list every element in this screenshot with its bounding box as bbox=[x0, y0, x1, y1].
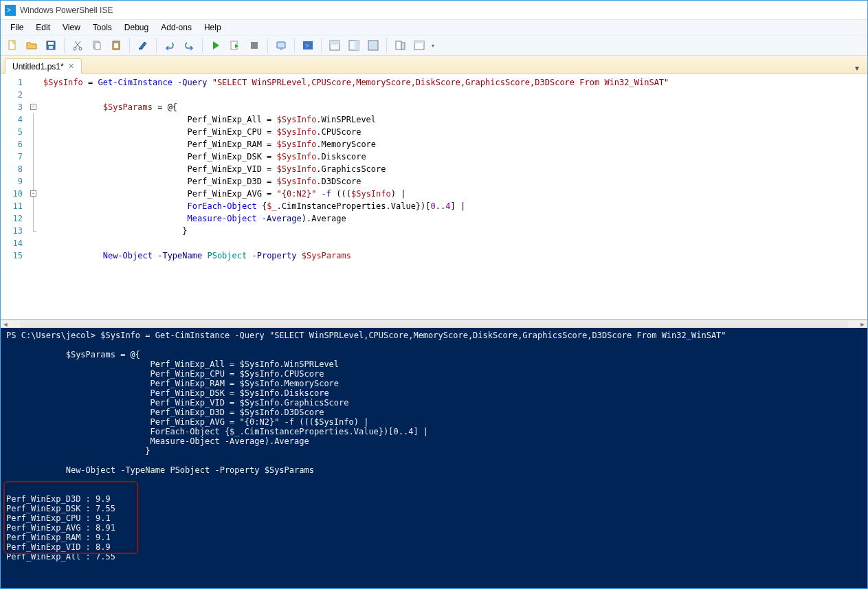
tab-overflow-icon[interactable]: ▾ bbox=[851, 63, 863, 73]
tab-close-icon[interactable]: ✕ bbox=[68, 62, 74, 71]
console-pane[interactable]: PS C:\Users\jecol> $SysInfo = Get-CimIns… bbox=[1, 328, 867, 588]
toolbar-separator bbox=[386, 38, 387, 53]
line-number-gutter: 123456789101112131415 bbox=[1, 74, 30, 319]
svg-text:>: > bbox=[305, 42, 309, 49]
clear-console-button[interactable] bbox=[134, 37, 152, 54]
show-script-max-button[interactable] bbox=[364, 37, 382, 54]
svg-rect-24 bbox=[401, 43, 405, 49]
toolbar-separator bbox=[156, 38, 157, 53]
cut-button[interactable] bbox=[69, 37, 87, 54]
code-area[interactable]: $SysInfo = Get-CimInstance -Query "SELEC… bbox=[39, 74, 867, 319]
show-script-top-button[interactable] bbox=[326, 37, 344, 54]
scroll-left-icon[interactable]: ◄ bbox=[1, 321, 10, 328]
svg-rect-15 bbox=[280, 49, 282, 49]
start-powershell-button[interactable]: > bbox=[299, 37, 317, 54]
run-script-button[interactable] bbox=[207, 37, 225, 54]
svg-rect-19 bbox=[330, 41, 340, 45]
output-highlight-box bbox=[3, 481, 138, 554]
undo-button[interactable] bbox=[161, 37, 179, 54]
editor-horizontal-scrollbar[interactable]: ◄ ► bbox=[1, 320, 867, 328]
redo-button[interactable] bbox=[180, 37, 198, 54]
menu-edit[interactable]: Edit bbox=[30, 21, 56, 34]
menu-addons[interactable]: Add-ons bbox=[155, 21, 197, 34]
svg-rect-13 bbox=[251, 42, 258, 49]
scroll-right-icon[interactable]: ► bbox=[858, 321, 867, 328]
svg-rect-3 bbox=[49, 46, 53, 49]
fold-column: -- bbox=[30, 74, 39, 319]
menu-view[interactable]: View bbox=[57, 21, 86, 34]
svg-rect-26 bbox=[414, 41, 424, 43]
show-command-addon-button[interactable] bbox=[391, 37, 409, 54]
tab-strip: Untitled1.ps1* ✕ ▾ bbox=[1, 56, 867, 74]
copy-button[interactable] bbox=[88, 37, 106, 54]
new-remote-tab-button[interactable] bbox=[272, 37, 290, 54]
paste-button[interactable] bbox=[107, 37, 125, 54]
show-command-window-button[interactable] bbox=[410, 37, 428, 54]
svg-rect-23 bbox=[396, 41, 401, 49]
svg-rect-22 bbox=[368, 41, 378, 50]
toolbar-separator bbox=[64, 38, 65, 53]
stop-button[interactable] bbox=[245, 37, 263, 54]
svg-rect-7 bbox=[95, 43, 100, 49]
title-bar: Windows PowerShell ISE bbox=[1, 1, 867, 20]
toolbar-separator bbox=[202, 38, 203, 53]
toolbar-separator bbox=[267, 38, 268, 53]
scroll-thumb[interactable] bbox=[20, 321, 848, 328]
svg-rect-9 bbox=[114, 41, 118, 43]
show-script-right-button[interactable] bbox=[345, 37, 363, 54]
open-file-button[interactable] bbox=[23, 37, 41, 54]
menu-help[interactable]: Help bbox=[199, 21, 227, 34]
svg-rect-14 bbox=[277, 42, 285, 48]
menu-tools[interactable]: Tools bbox=[87, 21, 118, 34]
svg-rect-21 bbox=[355, 41, 359, 50]
tab-untitled1[interactable]: Untitled1.ps1* ✕ bbox=[5, 58, 82, 74]
menu-file[interactable]: File bbox=[5, 21, 29, 34]
svg-rect-0 bbox=[9, 41, 15, 49]
app-window: Windows PowerShell ISE File Edit View To… bbox=[0, 0, 868, 589]
window-title: Windows PowerShell ISE bbox=[20, 5, 113, 15]
tab-label: Untitled1.ps1* bbox=[12, 62, 64, 71]
save-button[interactable] bbox=[42, 37, 60, 54]
svg-rect-2 bbox=[48, 42, 54, 45]
toolbar-separator bbox=[294, 38, 295, 53]
run-selection-button[interactable] bbox=[226, 37, 244, 54]
svg-rect-11 bbox=[139, 48, 142, 49]
toolbar-separator bbox=[129, 38, 130, 53]
toolbar-overflow-icon[interactable]: ▾ bbox=[430, 37, 436, 54]
menu-debug[interactable]: Debug bbox=[119, 21, 154, 34]
svg-rect-10 bbox=[114, 43, 118, 48]
script-editor[interactable]: 123456789101112131415 -- $SysInfo = Get-… bbox=[1, 74, 867, 320]
app-icon bbox=[5, 5, 16, 16]
toolbar-separator bbox=[321, 38, 322, 53]
menu-bar: File Edit View Tools Debug Add-ons Help bbox=[1, 20, 867, 35]
toolbar: > ▾ bbox=[1, 35, 867, 56]
new-file-button[interactable] bbox=[3, 37, 21, 54]
